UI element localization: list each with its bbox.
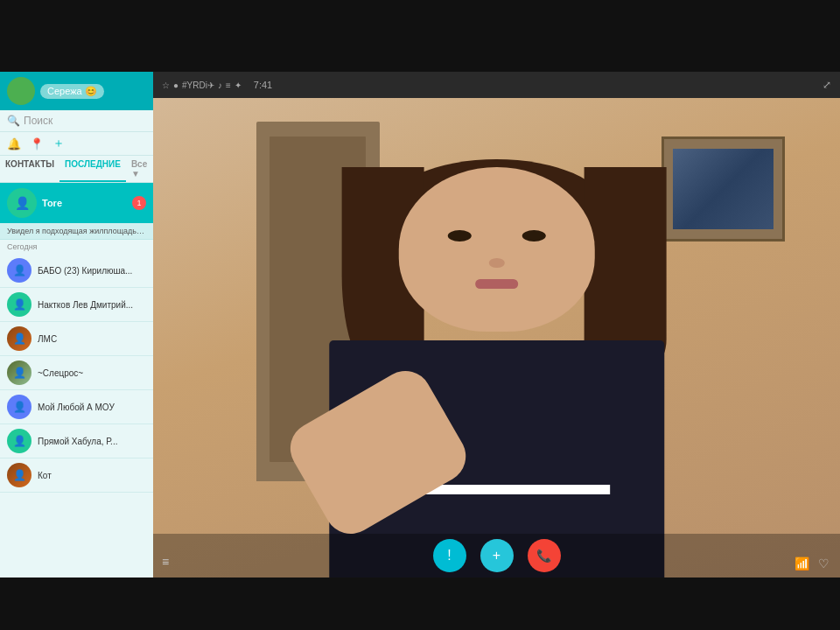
star-icon: ✦	[234, 80, 242, 90]
tab-row: КОНТАКТЫ ПОСЛЕДНИЕ Все ▼	[0, 156, 153, 183]
header-icons: ☆ ● #YRDi✈ ♪ ≡ ✦	[162, 80, 242, 90]
person-head	[399, 167, 595, 331]
contact-avatar: 👤	[7, 292, 32, 317]
black-bar-bottom	[0, 578, 840, 630]
contact-name: БАБО (23) Кирилюша...	[38, 266, 132, 276]
call-duration: 7:41	[254, 80, 272, 90]
person-lips	[475, 279, 518, 289]
search-placeholder: Поиск	[24, 115, 52, 127]
sidebar-header: Сережа 😊	[0, 72, 153, 110]
contact-name: Кот	[38, 471, 52, 480]
video-header: ☆ ● #YRDi✈ ♪ ≡ ✦ 7:41 ⤢	[153, 72, 840, 98]
contact-name: Нактков Лев Дмитрий...	[38, 300, 133, 310]
signal-icon: 📶	[794, 556, 809, 570]
search-bar[interactable]: 🔍 Поиск	[0, 110, 153, 132]
contact-item[interactable]: 👤 Прямой Хабула, Р...	[0, 424, 153, 458]
add-contact-icon[interactable]: ＋	[52, 136, 65, 151]
tab-recent[interactable]: ПОСЛЕДНИЕ	[60, 156, 126, 182]
active-contact-avatar: 👤	[7, 188, 37, 218]
record-icon: ●	[173, 80, 178, 90]
screen-share-icon: #YRDi✈	[182, 80, 214, 90]
location-icon[interactable]: 📍	[30, 137, 44, 150]
tab-extra[interactable]: Все ▼	[126, 156, 153, 182]
contact-name: ЛМС	[38, 334, 57, 344]
contact-item[interactable]: 👤 БАБО (23) Кирилюша...	[0, 254, 153, 288]
video-person	[153, 98, 840, 578]
sidebar: Сережа 😊 🔍 Поиск 🔔 📍 ＋ КОНТАКТЫ ПОСЛЕДНИ…	[0, 72, 153, 578]
contact-avatar: 👤	[7, 429, 32, 453]
username-label: Сережа 😊	[47, 86, 97, 97]
user-avatar	[7, 77, 35, 105]
video-header-left: ☆ ● #YRDi✈ ♪ ≡ ✦ 7:41	[162, 80, 272, 90]
main-content: Сережа 😊 🔍 Поиск 🔔 📍 ＋ КОНТАКТЫ ПОСЛЕДНИ…	[0, 72, 840, 578]
fullscreen-button[interactable]: ⤢	[822, 79, 831, 91]
tab-contacts[interactable]: КОНТАКТЫ	[0, 156, 60, 182]
search-icon: 🔍	[7, 115, 20, 127]
section-label-today: Сегодня	[0, 240, 153, 254]
contact-avatar: 👤	[7, 395, 32, 419]
video-frame: Tore	[153, 98, 840, 578]
contact-name: ~Слецрос~	[38, 368, 83, 378]
music-icon: ♪	[218, 80, 222, 90]
contact-name: Прямой Хабула, Р...	[38, 437, 117, 446]
active-contact-badge: 1	[132, 196, 146, 210]
message-preview: Увидел я подходящая жилплощадь наша...	[0, 223, 153, 240]
person-silhouette	[239, 146, 754, 578]
contact-item[interactable]: 👤 Кот	[0, 458, 153, 493]
black-bar-top	[0, 0, 840, 72]
contact-item[interactable]: 👤 Мой Любой А МОУ	[0, 390, 153, 424]
person-nose	[489, 258, 505, 268]
mute-icon: !	[447, 548, 451, 564]
contact-name: Мой Любой А МОУ	[38, 402, 115, 412]
contact-item[interactable]: 👤 Нактков Лев Дмитрий...	[0, 288, 153, 322]
chat-toggle-icon[interactable]: ≡	[162, 555, 169, 569]
mute-button[interactable]: !	[433, 539, 466, 572]
username-tag: Сережа 😊	[40, 84, 104, 99]
active-conversation[interactable]: 👤 Tore 1	[0, 183, 153, 223]
contact-avatar: 👤	[7, 258, 32, 283]
active-contact-name: Tore	[42, 198, 62, 208]
contact-avatar: 👤	[7, 360, 32, 385]
contact-item[interactable]: 👤 ЛМС	[0, 322, 153, 356]
call-quality-icon: ☆	[162, 80, 170, 90]
contact-avatar: 👤	[7, 463, 32, 487]
video-controls: ! + 📞	[153, 534, 840, 578]
end-call-icon: 📞	[536, 549, 551, 563]
contact-avatar: 👤	[7, 326, 32, 351]
action-icons-row: 🔔 📍 ＋	[0, 132, 153, 156]
menu-icon-header: ≡	[226, 80, 231, 90]
contact-list: 👤 БАБО (23) Кирилюша... 👤 Нактков Лев Дм…	[0, 254, 153, 578]
video-bottom-right: 📶 ♡	[794, 556, 830, 570]
video-bottom-left[interactable]: ≡	[162, 555, 169, 569]
notification-icon[interactable]: 🔔	[7, 137, 21, 150]
favorite-icon[interactable]: ♡	[818, 556, 830, 570]
contact-item[interactable]: 👤 ~Слецрос~	[0, 356, 153, 390]
end-call-button[interactable]: 📞	[528, 539, 561, 572]
person-eye-left	[448, 230, 472, 242]
add-button[interactable]: +	[480, 539, 514, 572]
add-icon: +	[493, 548, 500, 564]
video-area: ☆ ● #YRDi✈ ♪ ≡ ✦ 7:41 ⤢ Tore	[153, 72, 840, 578]
person-eye-right	[522, 230, 546, 242]
